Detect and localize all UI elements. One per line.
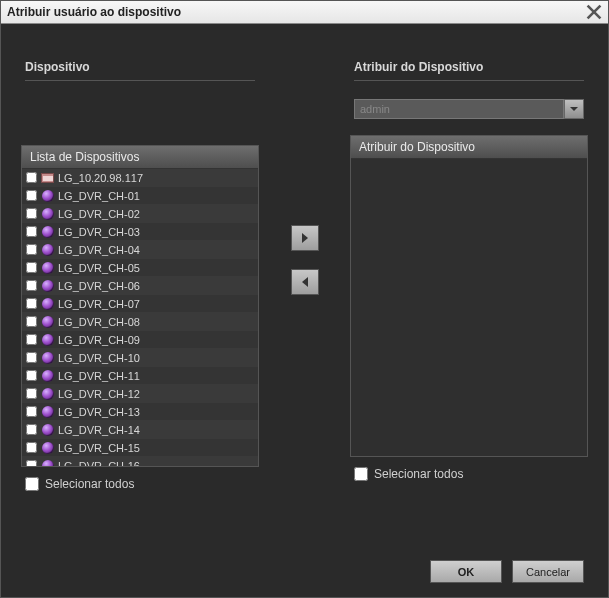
list-item[interactable]: LG_DVR_CH-08 xyxy=(22,313,258,331)
camera-channel-icon xyxy=(41,261,54,274)
camera-channel-icon xyxy=(41,297,54,310)
list-item[interactable]: LG_DVR_CH-10 xyxy=(22,349,258,367)
list-item[interactable]: LG_DVR_CH-04 xyxy=(22,241,258,259)
device-checkbox[interactable] xyxy=(26,208,37,219)
list-item[interactable]: LG_DVR_CH-12 xyxy=(22,385,258,403)
list-item[interactable]: LG_10.20.98.117 xyxy=(22,169,258,187)
transfer-buttons xyxy=(255,60,354,544)
dvr-icon xyxy=(41,171,54,184)
device-checkbox[interactable] xyxy=(26,370,37,381)
titlebar: Atribuir usuário ao dispositivo xyxy=(1,1,608,24)
cancel-button[interactable]: Cancelar xyxy=(512,560,584,583)
list-item[interactable]: LG_DVR_CH-06 xyxy=(22,277,258,295)
user-select[interactable]: admin xyxy=(354,99,584,119)
list-item[interactable]: LG_DVR_CH-02 xyxy=(22,205,258,223)
assigned-select-all-label: Selecionar todos xyxy=(374,467,463,481)
device-list[interactable]: LG_10.20.98.117LG_DVR_CH-01LG_DVR_CH-02L… xyxy=(22,169,258,466)
device-checkbox[interactable] xyxy=(26,406,37,417)
list-item[interactable]: LG_DVR_CH-03 xyxy=(22,223,258,241)
camera-channel-icon xyxy=(41,279,54,292)
camera-channel-icon xyxy=(41,351,54,364)
list-item[interactable]: LG_DVR_CH-13 xyxy=(22,403,258,421)
arrow-right-icon xyxy=(299,232,311,244)
device-name: LG_DVR_CH-14 xyxy=(58,424,140,436)
add-to-right-button[interactable] xyxy=(291,225,319,251)
device-checkbox[interactable] xyxy=(26,226,37,237)
device-checkbox[interactable] xyxy=(26,316,37,327)
device-select-all-checkbox[interactable] xyxy=(25,477,39,491)
remove-from-right-button[interactable] xyxy=(291,269,319,295)
device-checkbox[interactable] xyxy=(26,424,37,435)
assigned-list[interactable] xyxy=(351,159,587,456)
device-checkbox[interactable] xyxy=(26,244,37,255)
device-name: LG_DVR_CH-16 xyxy=(58,460,140,467)
dialog-window: Atribuir usuário ao dispositivo Disposit… xyxy=(0,0,609,598)
device-name: LG_DVR_CH-07 xyxy=(58,298,140,310)
device-name: LG_DVR_CH-06 xyxy=(58,280,140,292)
device-checkbox[interactable] xyxy=(26,298,37,309)
camera-channel-icon xyxy=(41,315,54,328)
camera-channel-icon xyxy=(41,405,54,418)
device-panel: Dispositivo Lista de Dispositivos LG_10.… xyxy=(25,60,255,544)
device-name: LG_DVR_CH-15 xyxy=(58,442,140,454)
device-checkbox[interactable] xyxy=(26,388,37,399)
list-item[interactable]: LG_DVR_CH-09 xyxy=(22,331,258,349)
camera-channel-icon xyxy=(41,333,54,346)
device-checkbox[interactable] xyxy=(26,172,37,183)
list-item[interactable]: LG_DVR_CH-01 xyxy=(22,187,258,205)
ok-button[interactable]: OK xyxy=(430,560,502,583)
device-name: LG_DVR_CH-12 xyxy=(58,388,140,400)
camera-channel-icon xyxy=(41,225,54,238)
list-item[interactable]: LG_DVR_CH-05 xyxy=(22,259,258,277)
camera-channel-icon xyxy=(41,189,54,202)
camera-channel-icon xyxy=(41,423,54,436)
device-checkbox[interactable] xyxy=(26,190,37,201)
device-name: LG_DVR_CH-04 xyxy=(58,244,140,256)
device-name: LG_DVR_CH-01 xyxy=(58,190,140,202)
camera-channel-icon xyxy=(41,459,54,466)
device-name: LG_DVR_CH-13 xyxy=(58,406,140,418)
assigned-select-all-checkbox[interactable] xyxy=(354,467,368,481)
device-checkbox[interactable] xyxy=(26,442,37,453)
camera-channel-icon xyxy=(41,207,54,220)
device-name: LG_DVR_CH-09 xyxy=(58,334,140,346)
device-name: LG_DVR_CH-02 xyxy=(58,208,140,220)
assigned-select-all[interactable]: Selecionar todos xyxy=(354,467,584,481)
camera-channel-icon xyxy=(41,387,54,400)
device-listbox: Lista de Dispositivos LG_10.20.98.117LG_… xyxy=(21,145,259,467)
user-combo-button[interactable] xyxy=(564,99,584,119)
list-item[interactable]: LG_DVR_CH-07 xyxy=(22,295,258,313)
device-checkbox[interactable] xyxy=(26,460,37,466)
assigned-list-title: Atribuir do Dispositivo xyxy=(351,136,587,159)
camera-channel-icon xyxy=(41,441,54,454)
assigned-listbox: Atribuir do Dispositivo xyxy=(350,135,588,457)
list-item[interactable]: LG_DVR_CH-16 xyxy=(22,457,258,466)
user-combo-display[interactable]: admin xyxy=(354,99,564,119)
device-name: LG_DVR_CH-05 xyxy=(58,262,140,274)
device-checkbox[interactable] xyxy=(26,352,37,363)
list-item[interactable]: LG_DVR_CH-15 xyxy=(22,439,258,457)
device-name: LG_10.20.98.117 xyxy=(58,172,143,184)
device-checkbox[interactable] xyxy=(26,334,37,345)
device-select-all[interactable]: Selecionar todos xyxy=(25,477,255,491)
dialog-footer: OK Cancelar xyxy=(25,544,584,583)
camera-channel-icon xyxy=(41,369,54,382)
device-name: LG_DVR_CH-03 xyxy=(58,226,140,238)
close-button[interactable] xyxy=(586,4,602,20)
device-name: LG_DVR_CH-10 xyxy=(58,352,140,364)
list-item[interactable]: LG_DVR_CH-14 xyxy=(22,421,258,439)
assign-panel: Atribuir do Dispositivo admin Atribuir d… xyxy=(354,60,584,544)
device-checkbox[interactable] xyxy=(26,280,37,291)
chevron-down-icon xyxy=(569,104,579,114)
list-item[interactable]: LG_DVR_CH-11 xyxy=(22,367,258,385)
device-section-header: Dispositivo xyxy=(25,60,255,81)
arrow-left-icon xyxy=(299,276,311,288)
device-name: LG_DVR_CH-11 xyxy=(58,370,140,382)
device-checkbox[interactable] xyxy=(26,262,37,273)
assign-section-header: Atribuir do Dispositivo xyxy=(354,60,584,81)
device-list-title: Lista de Dispositivos xyxy=(22,146,258,169)
camera-channel-icon xyxy=(41,243,54,256)
dialog-title: Atribuir usuário ao dispositivo xyxy=(7,5,181,19)
device-select-all-label: Selecionar todos xyxy=(45,477,134,491)
device-name: LG_DVR_CH-08 xyxy=(58,316,140,328)
